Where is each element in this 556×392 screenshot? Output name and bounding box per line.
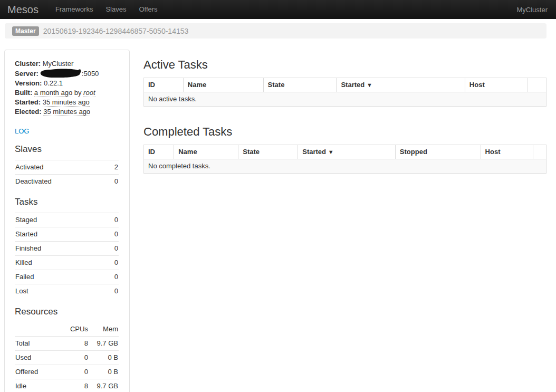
- nav-item-frameworks[interactable]: Frameworks: [49, 0, 100, 19]
- active-col-state[interactable]: State: [263, 78, 337, 92]
- info-elected-label: Elected:: [15, 108, 42, 116]
- brand-mesos[interactable]: Mesos: [7, 0, 39, 19]
- info-elected-value: 35 minutes ago: [43, 108, 90, 116]
- info-server-label: Server:: [15, 70, 39, 78]
- resources-total-cpus: 8: [62, 337, 89, 351]
- completed-col-state[interactable]: State: [238, 145, 298, 159]
- redacted-server-address: [39, 69, 81, 78]
- table-row: Idle 8 9.7 GB: [15, 379, 119, 392]
- completed-tasks-table: ID Name State Started ▼ Stopped Host No …: [143, 145, 547, 174]
- info-built-time: a month ago: [34, 89, 72, 97]
- resources-offered-cpus: 0: [62, 365, 89, 379]
- info-server-port: :5050: [82, 70, 99, 78]
- main-content: Active Tasks ID Name State Started ▼ Hos…: [143, 50, 547, 174]
- page-layout: Cluster: MyCluster Server: :5050 Version…: [4, 50, 547, 392]
- completed-col-stopped[interactable]: Stopped: [395, 145, 481, 159]
- nav-item-slaves[interactable]: Slaves: [99, 0, 132, 19]
- info-built-label: Built:: [15, 89, 32, 97]
- table-row: Activated 2: [15, 160, 119, 175]
- table-row: Failed 0: [15, 270, 119, 284]
- table-row: Offered 0 0 B: [15, 365, 119, 379]
- table-row: Total 8 9.7 GB: [15, 337, 119, 351]
- table-row: Staged 0: [15, 213, 119, 227]
- active-col-started[interactable]: Started ▼: [337, 78, 465, 92]
- sidebar-panel: Cluster: MyCluster Server: :5050 Version…: [4, 50, 130, 392]
- table-row: Killed 0: [15, 256, 119, 270]
- resources-idle-label: Idle: [15, 379, 62, 392]
- table-row: Started 0: [15, 227, 119, 242]
- table-row: CPUs Mem: [15, 322, 119, 337]
- master-bar: Master 20150619-192346-1298446857-5050-1…: [5, 23, 547, 39]
- resources-offered-label: Offered: [15, 365, 62, 379]
- tasks-killed-label: Killed: [15, 256, 103, 270]
- table-row: Lost 0: [15, 284, 119, 299]
- active-col-host[interactable]: Host: [465, 78, 528, 92]
- resources-idle-cpus: 8: [62, 379, 89, 392]
- active-col-id[interactable]: ID: [144, 78, 184, 92]
- completed-tasks-title: Completed Tasks: [143, 125, 547, 139]
- table-header-row: ID Name State Started ▼ Stopped Host: [144, 145, 547, 159]
- info-built: Built: a month ago by root: [15, 88, 119, 98]
- resources-used-cpus: 0: [62, 351, 89, 365]
- slaves-deactivated-value: 0: [107, 175, 119, 189]
- slaves-table: Activated 2 Deactivated 0: [15, 160, 119, 188]
- tasks-killed-value: 0: [103, 256, 119, 270]
- completed-col-name[interactable]: Name: [174, 145, 238, 159]
- resources-offered-mem: 0 B: [89, 365, 119, 379]
- info-started: Started: 35 minutes ago: [15, 98, 119, 107]
- table-row: No active tasks.: [144, 92, 547, 107]
- master-badge: Master: [12, 26, 39, 36]
- active-col-name[interactable]: Name: [183, 78, 263, 92]
- info-cluster-label: Cluster:: [15, 60, 41, 68]
- navbar-cluster-name: MyCluster: [516, 6, 548, 14]
- info-cluster-value: MyCluster: [43, 60, 74, 68]
- completed-col-actions: [533, 145, 546, 159]
- table-header-row: ID Name State Started ▼ Host: [144, 78, 547, 92]
- tasks-staged-value: 0: [103, 213, 119, 227]
- sort-desc-icon: ▼: [328, 149, 334, 155]
- completed-col-started-label: Started: [302, 148, 326, 156]
- info-started-label: Started:: [15, 98, 41, 106]
- slaves-deactivated-label: Deactivated: [15, 175, 107, 189]
- top-navbar: Mesos Frameworks Slaves Offers MyCluster: [0, 0, 556, 19]
- info-started-value: 35 minutes ago: [43, 98, 90, 107]
- info-server: Server: :5050: [15, 69, 119, 79]
- log-link[interactable]: LOG: [15, 127, 29, 135]
- active-empty-message: No active tasks.: [144, 92, 547, 107]
- table-row: Used 0 0 B: [15, 351, 119, 365]
- resources-total-label: Total: [15, 337, 62, 351]
- completed-col-started[interactable]: Started ▼: [298, 145, 396, 159]
- resources-total-mem: 9.7 GB: [89, 337, 119, 351]
- active-col-actions: [528, 78, 546, 92]
- info-cluster: Cluster: MyCluster: [15, 59, 119, 69]
- active-tasks-title: Active Tasks: [143, 58, 547, 72]
- resources-heading: Resources: [15, 306, 119, 317]
- tasks-finished-label: Finished: [15, 242, 103, 256]
- info-elected: Elected: 35 minutes ago: [15, 107, 119, 117]
- tasks-started-label: Started: [15, 227, 103, 242]
- active-tasks-table: ID Name State Started ▼ Host No active t…: [143, 78, 547, 107]
- completed-col-id[interactable]: ID: [144, 145, 174, 159]
- resources-idle-mem: 9.7 GB: [89, 379, 119, 392]
- tasks-lost-label: Lost: [15, 284, 103, 299]
- tasks-table: Staged 0 Started 0 Finished 0 Killed 0 F…: [15, 213, 119, 298]
- resources-col-cpus: CPUs: [62, 322, 89, 337]
- table-row: No completed tasks.: [144, 159, 547, 174]
- slaves-activated-value: 2: [107, 160, 119, 175]
- tasks-heading: Tasks: [15, 196, 119, 207]
- tasks-finished-value: 0: [103, 242, 119, 256]
- nav-item-offers[interactable]: Offers: [132, 0, 164, 19]
- info-version-label: Version:: [15, 79, 42, 87]
- completed-col-host[interactable]: Host: [481, 145, 533, 159]
- table-row: Finished 0: [15, 242, 119, 256]
- active-col-started-label: Started: [341, 81, 365, 89]
- tasks-staged-label: Staged: [15, 213, 103, 227]
- resources-used-label: Used: [15, 351, 62, 365]
- info-built-user: root: [83, 89, 95, 97]
- info-built-conj: by: [74, 89, 82, 97]
- tasks-failed-label: Failed: [15, 270, 103, 284]
- resources-table: CPUs Mem Total 8 9.7 GB Used 0 0 B Offer…: [15, 322, 119, 392]
- resources-col-mem: Mem: [89, 322, 119, 337]
- master-id: 20150619-192346-1298446857-5050-14153: [43, 27, 189, 35]
- tasks-lost-value: 0: [103, 284, 119, 299]
